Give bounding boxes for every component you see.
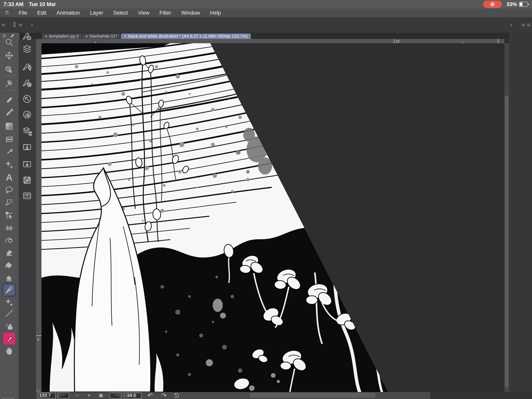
eraser-tool[interactable] bbox=[3, 247, 15, 258]
menu-select[interactable]: Select bbox=[113, 10, 128, 16]
clip-studio-logo-icon[interactable] bbox=[0, 9, 14, 16]
battery-percent: 33% bbox=[507, 1, 517, 7]
tool-divider bbox=[2, 90, 16, 90]
zoom-out-button[interactable]: − bbox=[75, 392, 79, 399]
custom-pink-pen-tool[interactable] bbox=[3, 333, 15, 344]
zoom-in-button[interactable]: + bbox=[88, 392, 91, 399]
expand-all-icon[interactable]: » bbox=[521, 21, 525, 28]
right-panel-strip bbox=[509, 33, 532, 392]
decoration-tool-b[interactable] bbox=[3, 296, 15, 308]
command-toolbar: « « › bbox=[0, 17, 532, 33]
collapse-left2-icon[interactable]: « bbox=[19, 21, 22, 28]
direct-draw-tool[interactable] bbox=[3, 145, 15, 157]
collapse-right-panel-icon[interactable]: ‹ bbox=[510, 21, 512, 28]
canvas-artwork bbox=[41, 43, 504, 392]
download-materials-icon[interactable] bbox=[21, 141, 33, 153]
color-set-icon[interactable] bbox=[21, 174, 33, 186]
move-tool[interactable] bbox=[3, 50, 15, 61]
foreground-color-swatch[interactable] bbox=[1, 398, 14, 399]
correct-line-tool[interactable] bbox=[3, 210, 15, 221]
palette-dock bbox=[19, 39, 36, 399]
clip-studio-paint-app: 7:33 AM Tue 10 Mar 33% File Edit Animati… bbox=[0, 0, 532, 399]
eyedropper-tool[interactable] bbox=[3, 107, 15, 118]
menu-bar: File Edit Animation Layer Select View Fi… bbox=[0, 9, 532, 17]
collapse-all-icon[interactable]: « bbox=[527, 21, 531, 28]
fill-other-tool[interactable] bbox=[3, 272, 15, 284]
rotation-slider[interactable] bbox=[110, 392, 122, 399]
rotation-value: -34.6 bbox=[124, 393, 137, 398]
tool-palette: A bbox=[0, 39, 19, 399]
zoom-tool[interactable] bbox=[3, 36, 15, 48]
marker-tool[interactable] bbox=[3, 94, 15, 105]
balloon-tail-tool[interactable] bbox=[3, 197, 15, 208]
loop-brush-tool[interactable] bbox=[3, 234, 15, 246]
vertical-scrollbar-thumb[interactable] bbox=[505, 96, 508, 388]
ipad-status-bar: 7:33 AM Tue 10 Mar 33% bbox=[0, 0, 532, 9]
tab-dot bbox=[85, 35, 88, 37]
ruler-label-10: 10 bbox=[395, 39, 399, 44]
ruler-label-0: 0 bbox=[37, 337, 39, 342]
scrollbar-corner bbox=[430, 392, 532, 399]
reset-rotation-button[interactable] bbox=[171, 393, 182, 399]
rotate-left-button[interactable]: ↶ bbox=[148, 392, 153, 399]
battery-icon bbox=[519, 2, 529, 7]
menu-view[interactable]: View bbox=[138, 10, 149, 16]
fit-to-screen-button[interactable] bbox=[95, 394, 107, 397]
rotation-value-box[interactable]: -34.6 bbox=[124, 392, 141, 399]
tab-black-and-white-illustration[interactable]: black and white illustration * (A4 8.27 … bbox=[121, 33, 251, 39]
menu-file[interactable]: File bbox=[19, 10, 27, 16]
battery-fill bbox=[520, 3, 522, 6]
menu-filter[interactable]: Filter bbox=[159, 10, 171, 16]
fill-bucket-tool[interactable] bbox=[3, 259, 15, 271]
blend-tool[interactable] bbox=[3, 222, 15, 234]
zoom-value-box[interactable]: 133.7 bbox=[38, 392, 56, 399]
pen-settings-icon[interactable] bbox=[21, 61, 33, 73]
status-time: 7:33 AM bbox=[4, 1, 24, 7]
zoom-slider[interactable] bbox=[57, 392, 69, 399]
expand-right-icon[interactable]: › bbox=[31, 21, 33, 28]
hand-tool[interactable] bbox=[3, 345, 15, 357]
text-tool[interactable]: A bbox=[3, 171, 15, 183]
select-source-layer-icon[interactable] bbox=[21, 93, 33, 105]
tone-gradient-icon[interactable] bbox=[21, 109, 33, 120]
menu-layer[interactable]: Layer bbox=[90, 10, 103, 16]
layers-icon[interactable] bbox=[21, 44, 33, 55]
canvas-viewport[interactable] bbox=[41, 43, 504, 392]
material-manager-icon[interactable] bbox=[21, 126, 33, 137]
auto-select-wand-tool[interactable] bbox=[3, 78, 15, 90]
operation-object-tool[interactable] bbox=[3, 63, 15, 75]
tab-blackwhite-01[interactable]: blackwhite 01* bbox=[82, 33, 120, 39]
zoom-value: 133.7 bbox=[38, 393, 52, 398]
favorites-icon[interactable] bbox=[21, 158, 33, 170]
canvas-navigation-bar: 133.7 − + -34.6 ↶ ↷ bbox=[36, 392, 430, 399]
airbrush-tool[interactable] bbox=[3, 321, 15, 332]
balloon-tool[interactable] bbox=[3, 184, 15, 196]
gradient-tool[interactable] bbox=[3, 120, 15, 132]
menu-animation[interactable]: Animation bbox=[57, 10, 80, 16]
drag-handle-icon[interactable] bbox=[14, 21, 14, 27]
sub-tool-settings-icon[interactable] bbox=[21, 30, 33, 42]
collapse-left-icon[interactable]: « bbox=[1, 21, 5, 28]
figure-line-tool[interactable] bbox=[3, 308, 15, 319]
tab-temptation-pg3[interactable]: temptation pg 3 bbox=[42, 33, 82, 39]
screen-recording-indicator[interactable] bbox=[483, 0, 502, 8]
menu-help[interactable]: Help bbox=[210, 10, 221, 16]
document-tab-bar: temptation pg 3 blackwhite 01* black and… bbox=[0, 33, 532, 39]
tab-dot bbox=[124, 35, 126, 37]
status-date: Tue 10 Mar bbox=[29, 1, 56, 7]
frame-border-tool[interactable] bbox=[3, 134, 15, 145]
horizontal-scrollbar-thumb[interactable] bbox=[249, 393, 376, 398]
menu-window[interactable]: Window bbox=[181, 10, 200, 16]
menu-edit[interactable]: Edit bbox=[37, 10, 47, 16]
tool-divider bbox=[2, 76, 16, 76]
timeline-icon[interactable] bbox=[21, 190, 33, 202]
ruler-vertical: 0 bbox=[36, 43, 42, 392]
decoration-tool[interactable] bbox=[3, 159, 15, 170]
tab-dot bbox=[45, 35, 47, 37]
pen-target-icon[interactable] bbox=[21, 77, 33, 89]
vertical-scrollbar[interactable] bbox=[504, 43, 509, 392]
pen-tool[interactable] bbox=[3, 284, 15, 296]
rotate-right-button[interactable]: ↷ bbox=[161, 392, 167, 399]
